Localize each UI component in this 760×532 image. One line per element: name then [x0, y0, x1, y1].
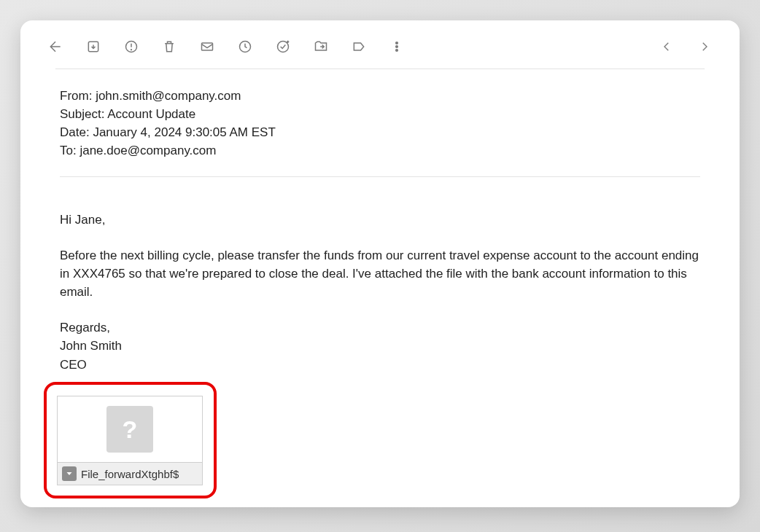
delete-icon[interactable]	[160, 38, 178, 55]
attachment-filename-row[interactable]: File_forwardXtghbf$	[58, 462, 202, 485]
email-body: Hi Jane, Before the next billing cycle, …	[38, 177, 722, 374]
next-icon[interactable]	[696, 38, 713, 55]
unknown-file-icon: ?	[106, 406, 153, 453]
email-headers: From: john.smith@company.com Subject: Ac…	[38, 69, 722, 176]
subject-label: Subject:	[60, 107, 104, 121]
from-value: john.smith@company.com	[96, 89, 241, 103]
body-greeting: Hi Jane,	[60, 211, 700, 229]
body-paragraph: Before the next billing cycle, please tr…	[60, 246, 700, 301]
body-signature-title: CEO	[60, 356, 700, 374]
toolbar-move-group	[312, 38, 406, 55]
svg-point-9	[396, 42, 398, 44]
to-label: To:	[60, 144, 77, 157]
move-to-icon[interactable]	[312, 38, 330, 55]
archive-icon[interactable]	[85, 38, 102, 55]
toolbar-mark-group	[198, 38, 292, 55]
toolbar-pager-group	[658, 38, 713, 55]
header-from: From: john.smith@company.com	[60, 87, 700, 105]
add-task-icon[interactable]	[274, 38, 292, 55]
attachment-section: ? File_forwardXtghbf$	[44, 382, 217, 498]
body-closing: Regards,	[60, 318, 700, 337]
date-value: January 4, 2024 9:30:05 AM EST	[93, 125, 275, 139]
mark-unread-icon[interactable]	[198, 38, 216, 55]
snooze-icon[interactable]	[236, 38, 254, 55]
subject-value: Account Update	[107, 107, 195, 121]
attachment-menu-icon[interactable]	[62, 466, 77, 481]
svg-point-10	[396, 46, 398, 48]
svg-point-3	[131, 50, 132, 50]
header-to: To: jane.doe@company.com	[60, 141, 700, 160]
body-signature-name: John Smith	[60, 337, 700, 355]
attachment-card[interactable]: ? File_forwardXtghbf$	[57, 396, 203, 485]
labels-icon[interactable]	[350, 38, 368, 55]
prev-icon[interactable]	[658, 38, 675, 55]
toolbar-archive-group	[85, 38, 178, 55]
header-date: Date: January 4, 2024 9:30:05 AM EST	[60, 123, 700, 141]
more-icon[interactable]	[388, 38, 406, 55]
svg-point-11	[396, 50, 398, 52]
attachment-thumbnail: ?	[58, 396, 202, 462]
spam-icon[interactable]	[123, 38, 140, 55]
svg-rect-4	[202, 43, 213, 50]
from-label: From:	[60, 89, 92, 103]
attachment-filename: File_forwardXtghbf$	[81, 468, 179, 480]
attachment-callout: ? File_forwardXtghbf$	[44, 382, 217, 498]
to-value: jane.doe@company.com	[80, 144, 216, 157]
email-window: From: john.smith@company.com Subject: Ac…	[20, 20, 740, 507]
date-label: Date:	[60, 125, 90, 139]
back-icon[interactable]	[47, 38, 64, 55]
email-toolbar	[38, 29, 722, 64]
svg-point-6	[278, 42, 289, 52]
header-subject: Subject: Account Update	[60, 105, 700, 123]
toolbar-left-group	[47, 38, 64, 55]
